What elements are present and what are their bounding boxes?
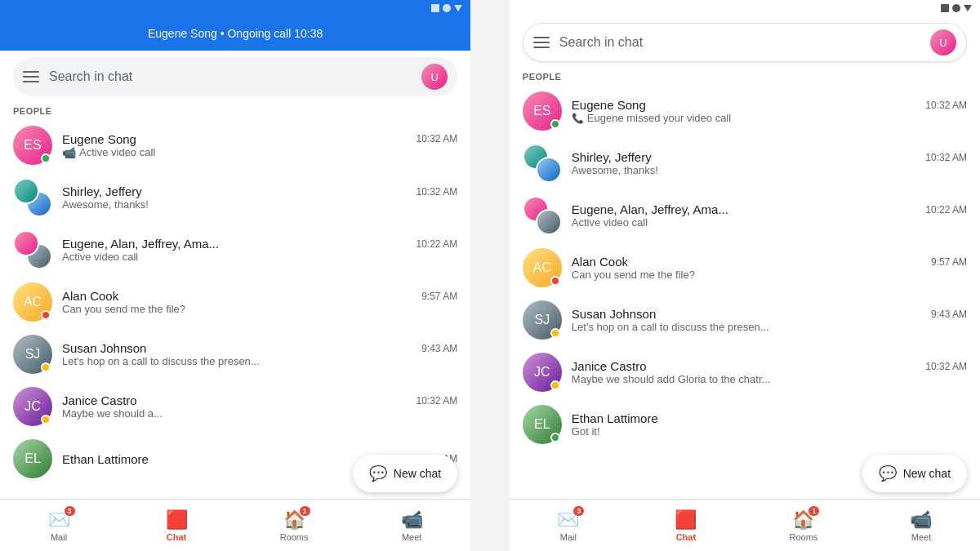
list-item[interactable]: Eugene, Alan, Jeffrey, Ama... 10:22 AM A… xyxy=(510,189,980,242)
search-bar-right[interactable]: Search in chat U xyxy=(523,23,967,62)
avatar xyxy=(13,230,52,269)
phones-divider xyxy=(470,0,490,551)
menu-icon[interactable] xyxy=(23,71,39,82)
avatar-container: EL xyxy=(523,405,562,444)
chat-info: Susan Johnson 9:43 AM Let's hop on a cal… xyxy=(62,341,457,367)
list-item[interactable]: ES Eugene Song 10:32 AM 📞 Eugene missed … xyxy=(510,85,980,137)
nav-rooms-left[interactable]: 🏠 1 Rooms xyxy=(235,500,353,551)
contact-name: Ethan Lattimore xyxy=(572,411,658,425)
contact-name: Eugene Song xyxy=(572,98,646,112)
bottom-nav-right: ✉️ 3 Mail 🟥 Chat 🏠 1 Rooms 📹 Meet xyxy=(510,499,980,551)
nav-meet-left[interactable]: 📹 Meet xyxy=(353,500,470,551)
contact-name: Eugene, Alan, Jeffrey, Ama... xyxy=(62,237,219,251)
busy-status xyxy=(41,310,51,320)
status-bar-left xyxy=(0,0,470,16)
list-item[interactable]: EL Ethan Lattimore Got it! xyxy=(510,398,980,451)
signal-dot xyxy=(443,4,451,12)
list-item[interactable]: Shirley, Jeffery 10:32 AM Awesome, thank… xyxy=(510,137,980,189)
avatar-container: AC xyxy=(13,282,52,322)
message-time: 10:32 AM xyxy=(416,395,457,407)
avatar-container: SJ xyxy=(13,335,52,374)
nav-label-rooms-r: Rooms xyxy=(790,532,818,542)
call-banner[interactable]: Eugene Song • Ongoing call 10:38 xyxy=(0,16,470,51)
chat-info: Eugene Song 10:32 AM 📞 Eugene missed you… xyxy=(572,98,967,124)
message-preview: Can you send me the file? xyxy=(572,269,967,281)
nav-label-meet: Meet xyxy=(402,532,421,542)
nav-chat-right[interactable]: 🟥 Chat xyxy=(627,500,745,551)
list-item[interactable]: Eugene, Alan, Jeffrey, Ama... 10:22 AM A… xyxy=(0,224,470,276)
list-item[interactable]: JC Janice Castro 10:32 AM Maybe we shoul… xyxy=(510,346,980,398)
message-time: 9:57 AM xyxy=(931,256,967,268)
avatar-container: ES xyxy=(523,91,562,131)
new-chat-fab-left[interactable]: 💬 New chat xyxy=(353,455,457,492)
nav-mail-left[interactable]: ✉️ 3 Mail xyxy=(0,500,118,551)
fab-label-left: New chat xyxy=(394,467,441,480)
message-preview: Let's hop on a call to discuss the prese… xyxy=(62,355,457,367)
avatar-container: ES xyxy=(13,126,52,165)
search-placeholder-right: Search in chat xyxy=(559,35,920,50)
avatar-container: JC xyxy=(523,353,562,392)
contact-name: Janice Castro xyxy=(572,359,647,373)
nav-meet-right[interactable]: 📹 Meet xyxy=(862,500,980,551)
nav-label-chat: Chat xyxy=(167,532,186,542)
message-time: 10:22 AM xyxy=(416,238,457,250)
avatar-container xyxy=(523,196,562,235)
video-call-icon: 📹 xyxy=(62,146,76,159)
chat-info: Ethan Lattimore Got it! xyxy=(572,411,967,438)
nav-label-chat-r: Chat xyxy=(676,532,696,542)
list-item[interactable]: SJ Susan Johnson 9:43 AM Let's hop on a … xyxy=(0,328,470,380)
list-item[interactable]: ES Eugene Song 10:32 AM 📹 Active video c… xyxy=(0,119,470,171)
chat-info: Janice Castro 10:32 AM Maybe we should a… xyxy=(62,393,457,420)
message-time: 10:22 AM xyxy=(925,204,967,216)
nav-label-mail-r: Mail xyxy=(560,532,577,542)
chat-icon-left: 💬 xyxy=(369,464,387,482)
avatar xyxy=(523,144,562,183)
chat-info: Alan Cook 9:57 AM Can you send me the fi… xyxy=(572,255,967,281)
avatar-container: AC xyxy=(523,248,562,287)
chat-list-left: ES Eugene Song 10:32 AM 📹 Active video c… xyxy=(0,119,470,499)
list-item[interactable]: AC Alan Cook 9:57 AM Can you send me the… xyxy=(510,242,980,294)
chat-info: Eugene, Alan, Jeffrey, Ama... 10:22 AM A… xyxy=(572,202,967,229)
new-chat-fab-right[interactable]: 💬 New chat xyxy=(862,455,967,492)
chat-info: Eugene, Alan, Jeffrey, Ama... 10:22 AM A… xyxy=(62,237,457,263)
nav-label-rooms: Rooms xyxy=(280,532,309,542)
nav-mail-right[interactable]: ✉️ 3 Mail xyxy=(510,500,627,551)
contact-name: Alan Cook xyxy=(572,255,628,269)
away-status xyxy=(41,415,51,424)
chat-info: Shirley, Jeffery 10:32 AM Awesome, thank… xyxy=(62,184,457,211)
missed-call-icon: 📞 xyxy=(572,113,584,124)
chat-info: Alan Cook 9:57 AM Can you send me the fi… xyxy=(62,289,457,315)
menu-icon-right[interactable] xyxy=(533,37,550,48)
online-status xyxy=(550,119,560,129)
contact-name: Eugene, Alan, Jeffrey, Ama... xyxy=(572,202,728,216)
search-bar-left[interactable]: Search in chat U xyxy=(13,57,457,96)
chat-info: Susan Johnson 9:43 AM Let's hop on a cal… xyxy=(572,307,967,333)
chat-info: Eugene Song 10:32 AM 📹 Active video call xyxy=(62,132,457,159)
list-item[interactable]: SJ Susan Johnson 9:43 AM Let's hop on a … xyxy=(510,294,980,346)
section-label-left: PEOPLE xyxy=(0,103,470,119)
user-avatar-right[interactable]: U xyxy=(930,29,956,56)
list-item[interactable]: Shirley, Jeffery 10:32 AM Awesome, thank… xyxy=(0,171,470,224)
signal-dot-r xyxy=(952,4,960,12)
status-bar-right xyxy=(510,0,980,16)
nav-chat-left[interactable]: 🟥 Chat xyxy=(118,500,235,551)
list-item[interactable]: AC Alan Cook 9:57 AM Can you send me the… xyxy=(0,276,470,328)
list-item[interactable]: JC Janice Castro 10:32 AM Maybe we shoul… xyxy=(0,380,470,433)
message-preview: Maybe we should a... xyxy=(62,407,457,420)
signal-triangle xyxy=(454,5,462,11)
nav-rooms-right[interactable]: 🏠 1 Rooms xyxy=(745,500,862,551)
rooms-icon: 🏠 1 xyxy=(283,509,305,531)
busy-status xyxy=(550,276,560,286)
message-time: 10:32 AM xyxy=(925,100,967,111)
search-placeholder-left: Search in chat xyxy=(49,69,412,84)
message-preview: 📹 Active video call xyxy=(62,146,457,159)
chat-icon-r: 🟥 xyxy=(675,509,697,531)
meet-icon-r: 📹 xyxy=(910,509,932,531)
avatar-container: JC xyxy=(13,387,52,426)
mail-badge-r: 3 xyxy=(573,506,584,516)
phone-right: Search in chat U PEOPLE ES Eugene Song 1… xyxy=(510,0,980,551)
fab-container-right: 💬 New chat xyxy=(862,455,967,492)
message-time: 9:43 AM xyxy=(931,309,967,320)
user-avatar-left[interactable]: U xyxy=(421,64,448,90)
avatar-container xyxy=(13,178,52,217)
